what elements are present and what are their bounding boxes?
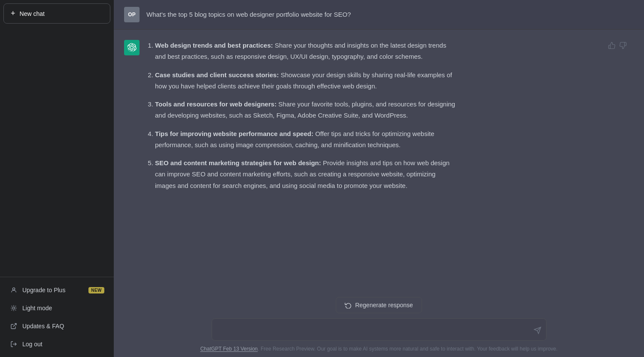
svg-line-7 <box>15 310 16 310</box>
svg-line-9 <box>15 306 16 306</box>
sidebar-bottom: Upgrade to Plus NEW Light mode <box>0 277 114 357</box>
external-link-icon <box>9 323 18 330</box>
list-item: SEO and content marketing strategies for… <box>155 157 456 191</box>
ai-avatar <box>124 40 140 55</box>
footer-link[interactable]: ChatGPT Feb 13 Version <box>200 346 258 352</box>
sun-icon <box>9 305 18 312</box>
user-message-text: What's the top 5 blog topics on web desi… <box>146 7 351 20</box>
sidebar-item-updates[interactable]: Updates & FAQ <box>3 318 111 335</box>
list-item: Case studies and client success stories:… <box>155 70 456 92</box>
thumbs-down-icon[interactable] <box>619 42 627 51</box>
sidebar-item-light-mode[interactable]: Light mode <box>3 300 111 317</box>
new-badge: NEW <box>88 287 104 293</box>
footer-text: ChatGPT Feb 13 Version. Free Research Pr… <box>124 342 634 357</box>
main-content: OP What's the top 5 blog topics on web d… <box>114 0 644 357</box>
ai-message-content: Web design trends and best practices: Sh… <box>146 40 456 198</box>
bottom-area: Regenerate response ChatGPT Feb 13 Versi… <box>114 292 644 357</box>
regenerate-label: Regenerate response <box>355 302 413 309</box>
list-item: Tips for improving website performance a… <box>155 128 456 151</box>
send-icon <box>534 327 541 334</box>
regenerate-button[interactable]: Regenerate response <box>336 297 422 313</box>
sidebar-spacer <box>0 27 114 277</box>
logout-label: Log out <box>22 341 43 348</box>
plus-icon: + <box>11 9 15 18</box>
sidebar-item-logout[interactable]: Log out <box>3 336 111 353</box>
svg-point-1 <box>12 307 15 309</box>
chatgpt-logo-icon <box>127 43 137 52</box>
new-chat-label: New chat <box>20 10 45 17</box>
send-button[interactable] <box>534 327 541 334</box>
list-item: Tools and resources for web designers: S… <box>155 99 456 121</box>
feedback-icons <box>608 42 627 51</box>
ai-message-row: Web design trends and best practices: Sh… <box>114 30 644 292</box>
input-area <box>212 318 547 342</box>
list-item: Web design trends and best practices: Sh… <box>155 40 456 63</box>
user-message-row: OP What's the top 5 blog topics on web d… <box>114 0 644 30</box>
updates-label: Updates & FAQ <box>22 323 64 330</box>
thumbs-up-icon[interactable] <box>608 42 616 51</box>
upgrade-label: Upgrade to Plus <box>22 287 65 293</box>
new-chat-button[interactable]: + New chat <box>3 3 110 24</box>
avatar: OP <box>124 7 140 22</box>
sidebar-item-upgrade[interactable]: Upgrade to Plus NEW <box>3 281 111 299</box>
light-mode-label: Light mode <box>22 305 52 312</box>
svg-line-10 <box>13 324 16 327</box>
sidebar: + New chat Upgrade to Plus NEW <box>0 0 114 357</box>
regenerate-icon <box>345 302 352 309</box>
svg-line-8 <box>12 310 12 310</box>
person-icon <box>9 287 18 293</box>
chat-content: OP What's the top 5 blog topics on web d… <box>114 0 644 292</box>
svg-point-0 <box>12 288 15 290</box>
svg-line-6 <box>12 306 12 306</box>
chat-input[interactable] <box>212 318 547 341</box>
logout-icon <box>9 341 18 348</box>
